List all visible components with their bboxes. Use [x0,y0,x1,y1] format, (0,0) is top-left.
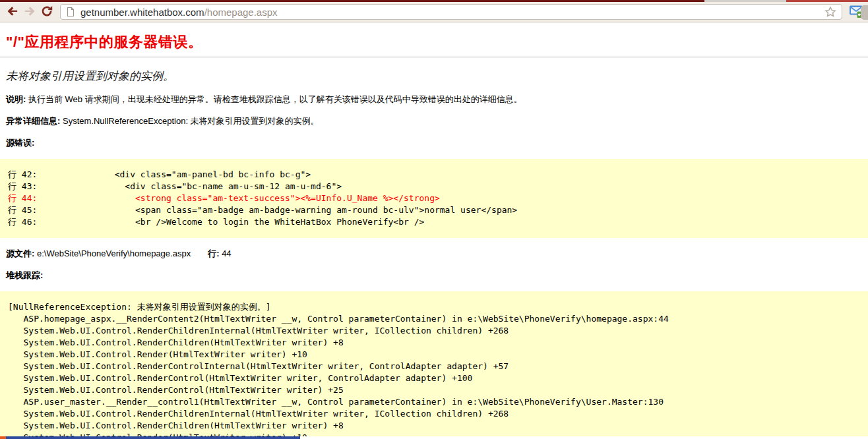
url-text[interactable]: getnumber.whitehatbox.com/homepage.aspx [80,7,824,18]
stack-line: System.Web.UI.Control.Render(HtmlTextWri… [8,349,860,361]
page-icon [65,7,76,17]
stack-line: ASP.homepage_aspx.__RenderContent2(HtmlT… [8,313,860,325]
reload-button[interactable] [38,3,55,20]
stack-line: [NullReferenceException: 未将对象引用设置到对象的实例。… [8,301,860,313]
code-line-44-highlighted: 行 44: <strong class="am-text-success"><%… [8,192,860,204]
stack-line: ASP.user_master.__Render__control1(HtmlT… [8,396,860,408]
bookmark-star-icon[interactable] [824,5,837,18]
stack-line: System.Web.UI.Control.RenderChildrenInte… [8,408,860,420]
stack-line: System.Web.UI.Control.RenderControlInter… [8,361,860,372]
cut-off-toolbar-icon[interactable] [861,5,868,20]
description-text: 执行当前 Web 请求期间，出现未经处理的异常。请检查堆栈跟踪信息，以了解有关该… [28,94,522,104]
back-button[interactable] [4,3,21,20]
line-number: 44 [222,249,231,258]
line-label: 行: [208,249,219,258]
code-line-43: 行 43: <div class="bc-name am-u-sm-12 am-… [8,181,860,192]
taskbar-start-sliver [0,436,6,439]
source-error-heading: 源错误: [6,137,862,149]
aspnet-error-page: "/"应用程序中的服务器错误。 未将对象引用设置到对象的实例。 说明: 执行当前… [0,32,868,439]
reload-icon [40,5,53,20]
source-file-label: 源文件: [6,249,34,258]
stack-trace-heading: 堆栈跟踪: [6,270,862,281]
url-path: /homepage.aspx [204,7,278,18]
source-code-block: 行 42: <div class="am-panel-bd bc-info bc… [0,159,868,238]
browser-chrome: getnumber.whitehatbox.com/homepage.aspx [0,0,868,22]
browser-toolbar: getnumber.whitehatbox.com/homepage.aspx [0,2,868,22]
url-bar[interactable]: getnumber.whitehatbox.com/homepage.aspx [60,4,842,20]
server-error-title: "/"应用程序中的服务器错误。 [6,32,868,52]
forward-icon [23,5,36,20]
code-line-45: 行 45: <span class="am-badge am-badge-war… [8,204,860,216]
stack-line: System.Web.UI.Control.RenderChildren(Htm… [8,337,860,349]
exception-message-subtitle: 未将对象引用设置到对象的实例。 [6,69,868,84]
exception-detail-label: 异常详细信息: [6,116,60,126]
description-label: 说明: [6,94,26,104]
back-icon [6,5,19,20]
exception-detail-line: 异常详细信息: System.NullReferenceException: 未… [6,115,862,127]
forward-button[interactable] [21,3,38,20]
stack-trace-block: [NullReferenceException: 未将对象引用设置到对象的实例。… [0,291,868,439]
stack-line: System.Web.UI.Control.RenderControl(Html… [8,384,860,396]
taskbar-blue-sliver [6,436,300,439]
exception-detail-text: System.NullReferenceException: 未将对象引用设置到… [63,116,319,126]
source-file-path: e:\WebSite\PhoneVerify\homepage.aspx [37,249,191,258]
code-line-42: 行 42: <div class="am-panel-bd bc-info bc… [8,169,860,181]
source-file-line: 源文件: e:\WebSite\PhoneVerify\homepage.asp… [6,248,862,260]
stack-line: System.Web.UI.Control.RenderChildren(Htm… [8,420,860,432]
code-line-46: 行 46: <br />Welcome to login the WhiteHa… [8,216,860,228]
url-host: getnumber.whitehatbox.com [80,7,204,18]
divider [0,57,868,57]
description-line: 说明: 执行当前 Web 请求期间，出现未经处理的异常。请检查堆栈跟踪信息，以了… [6,94,862,105]
stack-line: System.Web.UI.Control.RenderControl(Html… [8,372,860,384]
stack-line: System.Web.UI.Control.RenderChildrenInte… [8,325,860,337]
taskbar-sliver [0,436,868,439]
